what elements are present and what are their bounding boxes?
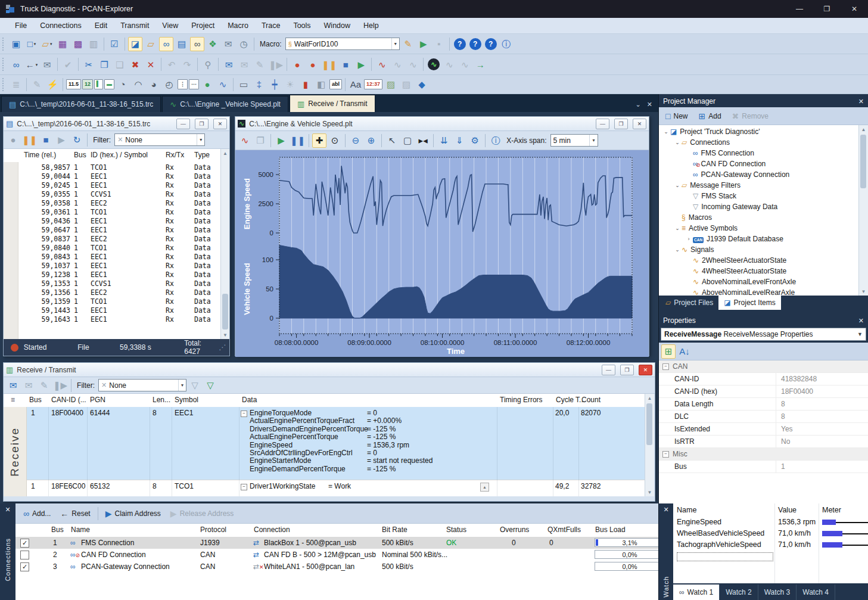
restart-icon[interactable]: ↻ xyxy=(70,133,84,147)
edit-message-icon[interactable]: ✉ xyxy=(237,57,251,71)
trace-restore-button[interactable]: ❐ xyxy=(195,119,209,129)
edit-message-icon[interactable]: ✉ xyxy=(21,378,36,393)
paste-icon[interactable]: ❑ xyxy=(113,57,127,71)
stop-icon[interactable]: ■ xyxy=(39,133,53,147)
new-project-icon[interactable]: ▣ xyxy=(9,37,23,51)
rt-restore-button[interactable]: ❐ xyxy=(620,365,634,375)
reset-button[interactable]: ←Reset xyxy=(56,506,94,521)
toolbar-grip[interactable] xyxy=(2,38,6,51)
plot-minimize-button[interactable]: — xyxy=(596,119,609,129)
column-header[interactable]: Status xyxy=(446,526,466,534)
collapse-icon[interactable]: − xyxy=(662,363,669,370)
tree-item[interactable]: ⌄▱Connections xyxy=(659,137,859,148)
watch-close-icon[interactable]: ✕ xyxy=(659,503,673,514)
pause-receive-icon[interactable]: ❚▶ xyxy=(52,378,68,393)
connection-row[interactable]: 2∞⊘CAN FD ConnectionCAN⇄CAN FD B - 500 >… xyxy=(15,549,658,561)
play-icon[interactable]: ▶ xyxy=(274,133,288,148)
column-header[interactable]: Connection xyxy=(254,526,290,534)
play-icon[interactable]: ▶ xyxy=(54,133,69,147)
connections-window-icon[interactable]: ∞ xyxy=(159,37,173,51)
settings-wrench-icon[interactable]: ⚙ xyxy=(468,133,482,148)
trace-table-header[interactable]: Time (rel.)BusID (hex.) / SymbolRx/TxTyp… xyxy=(4,149,229,163)
claim-address-button[interactable]: ▶Claim Address xyxy=(101,506,165,521)
maximize-button[interactable]: ❐ xyxy=(813,0,841,18)
rt-minimize-button[interactable]: — xyxy=(602,365,615,375)
connections-table[interactable]: ✓1∞FMS ConnectionJ1939⇄BlackBox 1 - 500@… xyxy=(15,537,658,600)
tree-item[interactable]: §Macros xyxy=(659,212,859,223)
delete-file-icon[interactable]: ✕ xyxy=(144,57,158,71)
record-icon[interactable]: ● xyxy=(6,133,20,147)
tree-item[interactable]: ∞⊘CAN FD Connection xyxy=(659,158,859,169)
gauge-half-icon[interactable]: ◠ xyxy=(131,77,145,92)
property-row[interactable]: Bus1 xyxy=(659,461,868,473)
new-plot-icon[interactable]: ∿ xyxy=(375,57,389,71)
tree-item[interactable]: ⌄∿Signals xyxy=(659,244,859,255)
properties-close-icon[interactable]: ✕ xyxy=(858,317,864,325)
scroll-thumb[interactable] xyxy=(860,135,866,188)
rt-table[interactable]: 118F00400614448EEC120,082070−EngineTorqu… xyxy=(4,407,645,496)
roundrect-icon[interactable]: ▭ xyxy=(237,77,251,92)
flowchart-icon[interactable]: ≣ xyxy=(9,77,23,92)
numeric-display-icon[interactable]: 11.5 xyxy=(66,79,81,89)
tab-project-files[interactable]: ▱Project Files xyxy=(660,296,718,310)
document-tab-2[interactable]: ∿C:\...\Engine _Vehicle Speed.plt xyxy=(162,96,288,112)
property-category[interactable]: −CAN xyxy=(659,360,868,373)
import-file-icon[interactable]: ⇓ xyxy=(452,133,466,148)
column-header[interactable]: Bus Load xyxy=(595,526,626,534)
reply-message-icon[interactable]: ✎ xyxy=(37,378,51,393)
column-header[interactable]: Protocol xyxy=(200,526,226,534)
scroll-up-mini-icon[interactable]: ▲ xyxy=(480,483,489,492)
tree-item[interactable]: ∿AboveNominalLevelRearAxle xyxy=(659,287,859,296)
property-row[interactable]: Data Length8 xyxy=(659,398,868,411)
filter-select[interactable]: ✕None▾ xyxy=(114,133,205,146)
properties-window-icon[interactable]: ▤ xyxy=(175,37,189,51)
tree-scrollbar[interactable]: ▲ ▼ xyxy=(858,125,868,296)
column-header[interactable]: Bus xyxy=(74,151,86,159)
gauge-needle-icon[interactable]: ◕ xyxy=(147,77,161,92)
connections-close-icon[interactable]: ✕ xyxy=(0,503,15,514)
record-new-trace-icon[interactable]: ● xyxy=(290,57,304,71)
scroll-up-icon[interactable]: ▲ xyxy=(221,149,229,157)
column-header[interactable]: Name xyxy=(71,526,90,534)
plot-canvas[interactable]: 08:08:00.000008:09:00.000008:10:00.00000… xyxy=(235,150,649,356)
tree-item[interactable]: ∿2WheelSteerActuatorState xyxy=(659,255,859,266)
toolbar-grip[interactable] xyxy=(2,78,6,91)
menu-trace[interactable]: Trace xyxy=(255,18,287,33)
xaxis-span-select[interactable]: 5 min▾ xyxy=(550,134,598,147)
tab-watch-4[interactable]: Watch 4 xyxy=(797,585,835,600)
column-header[interactable]: ID (hex.) / Symbol xyxy=(91,151,148,159)
menu-file[interactable]: File xyxy=(8,18,33,33)
collapse-icon[interactable]: − xyxy=(662,451,669,458)
trace-minimize-button[interactable]: — xyxy=(176,119,190,129)
tabs-close-icon[interactable]: ✕ xyxy=(647,101,652,108)
import-trace-icon[interactable]: ⇊ xyxy=(437,133,451,148)
connection-row[interactable]: ✓3∞PCAN-Gateway ConnectionCAN⇄✕WhiteLAN1… xyxy=(15,561,658,573)
menu-window[interactable]: Window xyxy=(318,18,357,33)
column-header[interactable]: Value xyxy=(778,506,797,514)
property-row[interactable]: CAN-ID418382848 xyxy=(659,373,868,386)
pan-icon[interactable]: ✚ xyxy=(312,133,326,148)
validate-icon[interactable]: ✔ xyxy=(61,57,75,71)
macro-edit-icon[interactable]: ✎ xyxy=(401,37,415,51)
properties-object-select[interactable]: ReceiveMessage ReceiveMessage Properties… xyxy=(661,328,866,341)
trafficlight-icon[interactable]: ▮ xyxy=(298,77,313,92)
property-row[interactable]: IsRTRNo xyxy=(659,436,868,448)
connections-table-header[interactable]: BusNameProtocolConnectionBit RateStatusO… xyxy=(15,524,658,537)
document-tab-3[interactable]: ▥Receive / Transmit xyxy=(290,95,375,112)
pause-trace-icon[interactable]: ❚❚ xyxy=(321,57,337,71)
menu-transmit[interactable]: Transmit xyxy=(114,18,155,33)
scroll-thumb[interactable] xyxy=(646,403,652,445)
chevron-down-icon[interactable]: ⌄ xyxy=(662,129,670,135)
project-manager-window-icon[interactable]: ◪ xyxy=(128,37,142,51)
export-trace-icon[interactable]: → xyxy=(473,57,487,71)
plot-save-icon[interactable]: ∿ xyxy=(406,57,420,71)
menu-help[interactable]: Help xyxy=(357,18,385,33)
pcan-symbol-icon[interactable]: ◆ xyxy=(415,77,429,92)
properties-grid[interactable]: −CANCAN-ID418382848CAN-ID (hex)18F00400D… xyxy=(659,360,868,503)
plot-pause-icon[interactable]: ∿ xyxy=(390,57,405,71)
checkbox-checked[interactable]: ✓ xyxy=(20,539,29,548)
vscale-icon[interactable]: ⋮ xyxy=(178,79,188,89)
chevron-down-icon[interactable]: ⌄ xyxy=(674,182,681,188)
resize-grip[interactable]: ⋰ xyxy=(219,343,226,352)
column-header[interactable]: Cycle T... xyxy=(556,396,585,404)
